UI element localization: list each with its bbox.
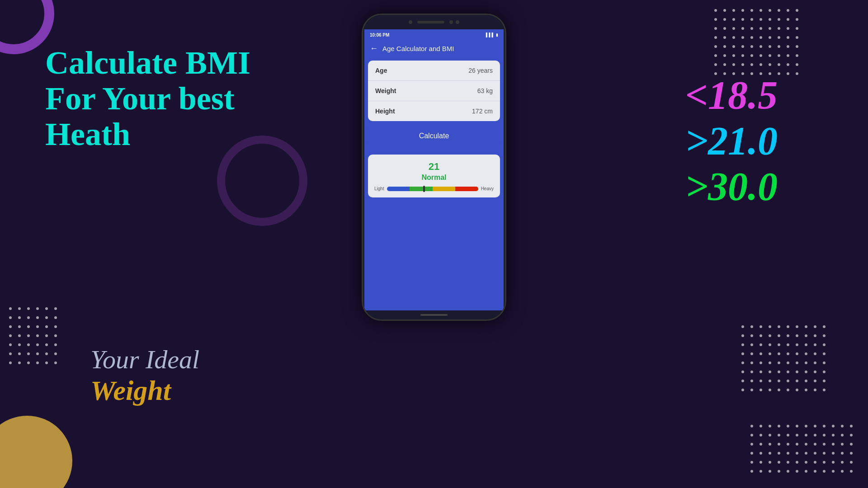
back-button[interactable]: ← (370, 44, 378, 53)
phone-screen: 10:06 PM ▌▌▌ ▮ ← Age Calculator and BMI … (364, 29, 504, 310)
dot (796, 371, 798, 373)
dot (787, 434, 789, 436)
dot (805, 425, 807, 427)
dot (760, 45, 762, 48)
dot (760, 443, 762, 446)
dot (9, 334, 12, 337)
dot (787, 389, 789, 391)
dot (750, 27, 753, 30)
dot (741, 361, 744, 364)
bmi-obese-value: >30.0 (685, 164, 778, 209)
dot (814, 443, 816, 446)
phone-mockup: 10:06 PM ▌▌▌ ▮ ← Age Calculator and BMI … (362, 14, 506, 321)
calculate-button[interactable]: Calculate (368, 127, 500, 145)
dot (732, 54, 735, 57)
dot (841, 461, 844, 464)
dot (814, 361, 816, 364)
title-line2: For Your best (45, 80, 235, 117)
dot (832, 461, 835, 464)
dot (778, 470, 780, 473)
dot (823, 389, 826, 391)
dot (760, 18, 762, 21)
weight-text: Weight (90, 375, 199, 407)
dot (778, 325, 780, 328)
dot (805, 361, 807, 364)
dot (45, 325, 48, 328)
dot-grid-bottom-right-2 (750, 425, 859, 479)
dot (787, 352, 789, 355)
dot (732, 63, 735, 66)
dot (714, 45, 717, 48)
dot (778, 63, 780, 66)
dot (778, 343, 780, 346)
dot (45, 307, 48, 310)
dot (27, 325, 30, 328)
dot (45, 334, 48, 337)
dot (769, 470, 771, 473)
dot (832, 452, 835, 455)
dot (769, 45, 771, 48)
dot (18, 316, 21, 319)
dot (778, 18, 780, 21)
dot (36, 316, 39, 319)
height-label: Height (375, 108, 395, 115)
dot (54, 325, 57, 328)
dot (760, 452, 762, 455)
dot (787, 18, 789, 21)
dot (54, 316, 57, 319)
dot (787, 45, 789, 48)
dot (18, 334, 21, 337)
dot (769, 443, 771, 446)
dot (778, 443, 780, 446)
dot (741, 352, 744, 355)
dot (787, 425, 789, 427)
dot (27, 334, 30, 337)
dot (760, 371, 762, 373)
dot (823, 361, 826, 364)
dot (741, 54, 744, 57)
dot (750, 352, 753, 355)
dot (741, 45, 744, 48)
camera-dot-2 (449, 20, 453, 24)
dot (796, 9, 798, 12)
dot (769, 63, 771, 66)
dot (778, 352, 780, 355)
dot (850, 434, 853, 436)
dot (823, 461, 826, 464)
dot (760, 334, 762, 337)
dot (750, 380, 753, 382)
dot (805, 461, 807, 464)
dot (805, 334, 807, 337)
ideal-text: Your Ideal (90, 344, 199, 375)
dot (732, 18, 735, 21)
dot (796, 27, 798, 30)
dot (850, 470, 853, 473)
dot (741, 343, 744, 346)
dot (27, 307, 30, 310)
dot (814, 371, 816, 373)
age-row: Age 26 years (368, 61, 500, 81)
dot (823, 334, 826, 337)
home-indicator (420, 314, 448, 316)
dot (778, 36, 780, 39)
dot (823, 443, 826, 446)
dot (760, 361, 762, 364)
dot (741, 18, 744, 21)
dot (18, 361, 21, 364)
dot (769, 54, 771, 57)
dot (850, 452, 853, 455)
dot (9, 343, 12, 346)
weight-label: Weight (375, 87, 396, 94)
gauge-indicator (423, 186, 425, 192)
weight-row: Weight 63 kg (368, 81, 500, 101)
dot (787, 63, 789, 66)
dot (9, 352, 12, 355)
dot (769, 452, 771, 455)
dot (814, 470, 816, 473)
dot (723, 27, 726, 30)
dot (750, 425, 753, 427)
dot (723, 63, 726, 66)
gauge-heavy-label: Heavy (481, 186, 494, 191)
dot (769, 434, 771, 436)
phone-top-bar (363, 15, 505, 29)
